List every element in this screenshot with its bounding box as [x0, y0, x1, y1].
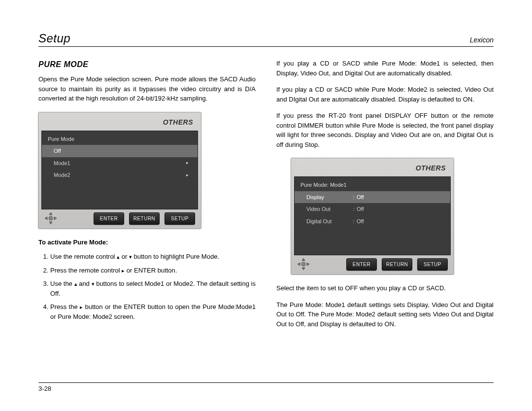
page-footer: 3-28	[38, 382, 494, 392]
osd-row-sep: :	[351, 193, 357, 202]
osd-button-setup: SETUP	[417, 258, 448, 271]
osd-row-value: Off	[357, 193, 444, 202]
svg-marker-6	[302, 268, 305, 270]
osd-row: Mode1 ▸	[42, 157, 198, 170]
paragraph: The Pure Mode: Mode1 default settings se…	[276, 300, 494, 329]
svg-marker-2	[45, 217, 47, 220]
osd-button-row: ENTER RETURN SETUP	[41, 209, 198, 226]
osd-row-label: Off	[54, 147, 98, 155]
list-item: Use the remote control ▴ or ▾ button to …	[50, 252, 256, 262]
paragraph: If you play a CD or SACD while Pure Mode…	[276, 85, 494, 104]
osd-body: Pure Mode Off Mode1 ▸ Mode2 ▸	[41, 131, 198, 209]
header-right: Lexicon	[470, 36, 494, 44]
osd-row: Video Out : Off	[295, 203, 450, 215]
osd-button-enter: ENTER	[94, 212, 124, 225]
osd-row-label: Mode1	[54, 159, 98, 168]
osd-row-label: Display	[306, 193, 351, 202]
svg-marker-1	[49, 222, 52, 224]
right-column: If you play a CD or SACD while Pure Mode…	[276, 59, 494, 336]
osd-row: Display : Off	[295, 191, 450, 204]
list-item: Press the remote control ▸ or ENTER butt…	[50, 266, 256, 275]
svg-marker-3	[54, 217, 57, 220]
chevron-right-icon: ▸	[186, 172, 189, 179]
section-heading: PURE MODE	[38, 59, 256, 70]
osd-menu-header: Pure Mode	[42, 133, 198, 145]
osd-titlebar: OTHERS	[41, 115, 198, 131]
svg-marker-7	[298, 263, 300, 266]
osd-row-label: Digital Out	[306, 217, 351, 226]
page-number: 3-28	[38, 385, 51, 392]
svg-marker-8	[307, 263, 309, 266]
list-item: Press the ▸ button or the ENTER button t…	[50, 302, 256, 321]
osd-row: Off	[42, 145, 198, 157]
svg-marker-5	[302, 258, 305, 261]
paragraph: Select the item to set to OFF when you p…	[276, 283, 494, 293]
header-left: Setup	[38, 32, 70, 45]
osd-row-label: Video Out	[306, 205, 351, 213]
osd-body: Pure Mode: Mode1 Display : Off Video Out…	[294, 176, 451, 255]
osd-button-enter: ENTER	[346, 258, 377, 271]
osd-row: Mode2 ▸	[42, 169, 198, 181]
osd-screenshot-b: OTHERS Pure Mode: Mode1 Display : Off Vi…	[291, 158, 454, 274]
osd-row-value: Off	[357, 205, 444, 213]
osd-button-return: RETURN	[382, 258, 412, 271]
osd-row-value: Off	[357, 217, 444, 226]
osd-menu-header: Pure Mode: Mode1	[295, 179, 450, 191]
svg-marker-0	[49, 212, 52, 215]
svg-point-4	[49, 216, 53, 220]
list-item: Use the ▴ and ▾ buttons to select Mode1 …	[50, 279, 256, 298]
dpad-icon	[297, 258, 310, 271]
paragraph: If you play a CD or SACD while Pure Mode…	[276, 59, 494, 78]
osd-row-label: Mode2	[54, 171, 98, 179]
svg-point-9	[301, 262, 305, 266]
osd-row: Digital Out : Off	[295, 215, 450, 228]
paragraph: If you press the RT-20 front panel DISPL…	[276, 111, 494, 149]
dpad-icon	[44, 212, 57, 225]
left-column: PURE MODE Opens the Pure Mode selection …	[38, 59, 256, 336]
steps-list: Use the remote control ▴ or ▾ button to …	[38, 252, 256, 321]
osd-button-setup: SETUP	[165, 212, 195, 225]
osd-button-row: ENTER RETURN SETUP	[294, 255, 451, 272]
chevron-right-icon: ▸	[186, 160, 189, 167]
osd-button-return: RETURN	[129, 212, 160, 225]
osd-screenshot-a: OTHERS Pure Mode Off Mode1 ▸ Mode2 ▸	[38, 112, 201, 229]
osd-row-sep: :	[351, 217, 357, 226]
page-header: Setup Lexicon	[38, 32, 494, 47]
activate-label: To activate Pure Mode:	[38, 238, 256, 247]
osd-row-sep: :	[351, 205, 357, 213]
osd-titlebar: OTHERS	[294, 161, 451, 176]
intro-paragraph: Opens the Pure Mode selection screen. Pu…	[38, 74, 256, 103]
